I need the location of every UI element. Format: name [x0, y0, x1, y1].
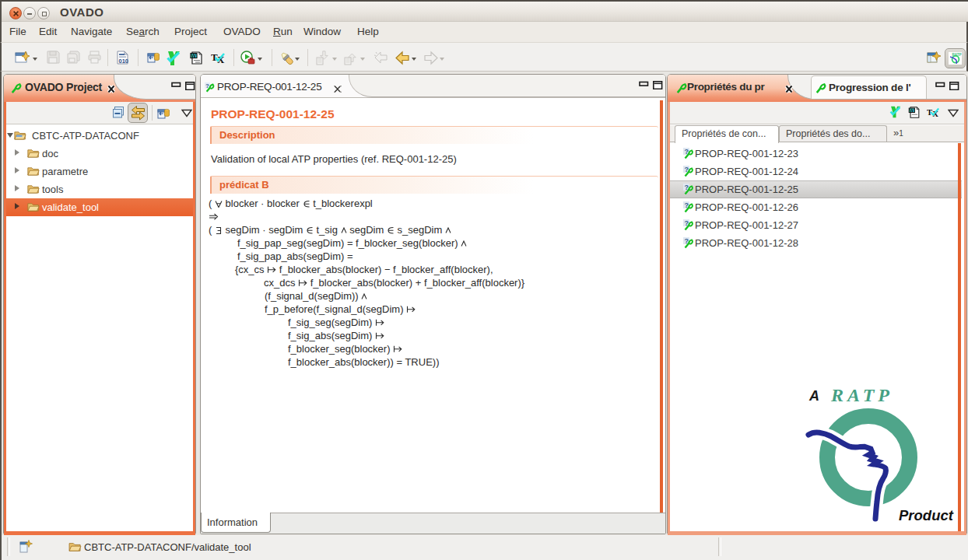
- svg-text:W: W: [910, 108, 914, 113]
- svg-text:RATP: RATP: [830, 385, 893, 405]
- svg-text:A: A: [808, 388, 819, 404]
- svg-text:W: W: [191, 53, 197, 58]
- svg-text:Product: Product: [899, 507, 954, 523]
- svg-text:010: 010: [119, 58, 129, 65]
